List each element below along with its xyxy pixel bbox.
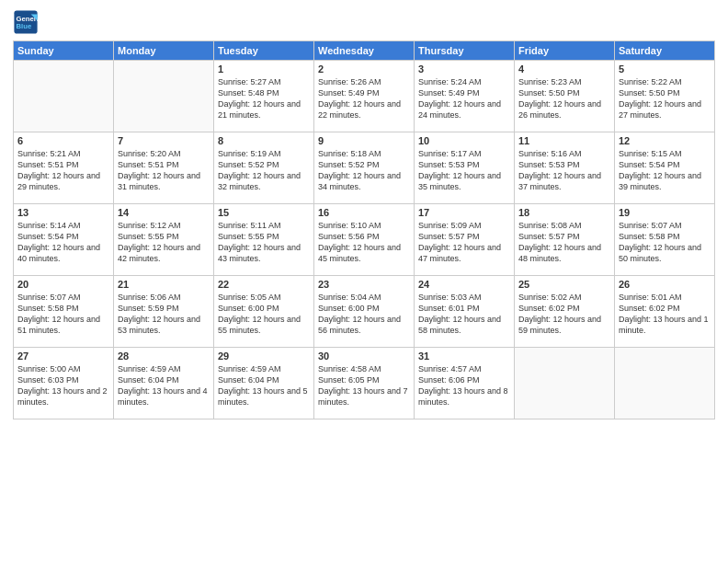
- calendar-cell: 25Sunrise: 5:02 AMSunset: 6:02 PMDayligh…: [515, 276, 615, 348]
- cell-text: Daylight: 12 hours and 48 minutes.: [518, 242, 610, 264]
- calendar-cell: 30Sunrise: 4:58 AMSunset: 6:05 PMDayligh…: [314, 348, 415, 419]
- cell-text: Sunrise: 5:26 AM: [318, 76, 410, 87]
- day-number: 1: [218, 63, 310, 75]
- cell-text: Daylight: 12 hours and 40 minutes.: [17, 242, 109, 264]
- cell-text: Sunrise: 5:18 AM: [318, 148, 410, 159]
- day-number: 31: [418, 350, 510, 362]
- cell-text: Sunrise: 5:23 AM: [518, 76, 610, 87]
- cell-text: Daylight: 12 hours and 32 minutes.: [218, 170, 310, 192]
- page: General Blue SundayMondayTuesdayWednesda…: [0, 0, 728, 563]
- calendar-cell: 18Sunrise: 5:08 AMSunset: 5:57 PMDayligh…: [515, 204, 615, 276]
- calendar-cell: 14Sunrise: 5:12 AMSunset: 5:55 PMDayligh…: [114, 204, 214, 276]
- calendar-cell: 7Sunrise: 5:20 AMSunset: 5:51 PMDaylight…: [114, 132, 214, 204]
- day-number: 29: [218, 350, 310, 362]
- cell-text: Daylight: 12 hours and 39 minutes.: [619, 170, 711, 192]
- day-number: 21: [118, 279, 210, 290]
- calendar-week-row: 1Sunrise: 5:27 AMSunset: 5:48 PMDaylight…: [14, 61, 715, 132]
- calendar-week-row: 20Sunrise: 5:07 AMSunset: 5:58 PMDayligh…: [14, 276, 715, 348]
- cell-text: Sunset: 6:04 PM: [218, 374, 310, 385]
- calendar-cell: 11Sunrise: 5:16 AMSunset: 5:53 PMDayligh…: [515, 132, 615, 204]
- cell-text: Daylight: 12 hours and 31 minutes.: [118, 170, 210, 192]
- calendar-cell: 2Sunrise: 5:26 AMSunset: 5:49 PMDaylight…: [314, 61, 415, 132]
- weekday-header: Friday: [515, 41, 615, 61]
- cell-text: Sunrise: 5:07 AM: [17, 292, 109, 303]
- day-number: 25: [518, 279, 610, 290]
- cell-text: Sunset: 5:48 PM: [218, 87, 310, 98]
- cell-text: Daylight: 12 hours and 50 minutes.: [619, 242, 711, 264]
- calendar: SundayMondayTuesdayWednesdayThursdayFrid…: [13, 40, 715, 419]
- calendar-cell: 9Sunrise: 5:18 AMSunset: 5:52 PMDaylight…: [314, 132, 415, 204]
- cell-text: Sunset: 6:04 PM: [118, 374, 210, 385]
- cell-text: Sunrise: 5:12 AM: [118, 220, 210, 231]
- cell-text: Sunrise: 5:02 AM: [518, 292, 610, 303]
- cell-text: Sunset: 5:59 PM: [118, 303, 210, 314]
- cell-text: Sunrise: 5:03 AM: [418, 292, 510, 303]
- cell-text: Daylight: 12 hours and 59 minutes.: [518, 314, 610, 336]
- cell-text: Sunset: 6:02 PM: [518, 303, 610, 314]
- header: General Blue: [13, 9, 715, 35]
- calendar-cell: 10Sunrise: 5:17 AMSunset: 5:53 PMDayligh…: [415, 132, 515, 204]
- day-number: 8: [218, 135, 310, 146]
- cell-text: Sunset: 5:50 PM: [518, 87, 610, 98]
- cell-text: Sunset: 5:54 PM: [619, 159, 711, 170]
- day-number: 13: [17, 207, 109, 218]
- day-number: 23: [318, 279, 410, 290]
- calendar-cell: 3Sunrise: 5:24 AMSunset: 5:49 PMDaylight…: [415, 61, 515, 132]
- cell-text: Sunrise: 4:58 AM: [318, 363, 410, 374]
- calendar-cell: 16Sunrise: 5:10 AMSunset: 5:56 PMDayligh…: [314, 204, 415, 276]
- day-number: 14: [118, 207, 210, 218]
- day-number: 19: [619, 207, 711, 218]
- cell-text: Daylight: 12 hours and 22 minutes.: [318, 98, 410, 121]
- cell-text: Daylight: 12 hours and 53 minutes.: [118, 314, 210, 336]
- calendar-cell: 21Sunrise: 5:06 AMSunset: 5:59 PMDayligh…: [114, 276, 214, 348]
- cell-text: Daylight: 12 hours and 24 minutes.: [418, 98, 510, 121]
- day-number: 15: [218, 207, 310, 218]
- day-number: 6: [17, 135, 109, 146]
- cell-text: Daylight: 12 hours and 27 minutes.: [619, 98, 711, 121]
- calendar-cell: 4Sunrise: 5:23 AMSunset: 5:50 PMDaylight…: [515, 61, 615, 132]
- day-number: 11: [518, 135, 610, 146]
- cell-text: Daylight: 12 hours and 37 minutes.: [518, 170, 610, 192]
- cell-text: Sunset: 5:53 PM: [518, 159, 610, 170]
- cell-text: Daylight: 12 hours and 42 minutes.: [118, 242, 210, 264]
- weekday-header: Saturday: [615, 41, 715, 61]
- calendar-week-row: 13Sunrise: 5:14 AMSunset: 5:54 PMDayligh…: [14, 204, 715, 276]
- cell-text: Sunrise: 5:14 AM: [17, 220, 109, 231]
- cell-text: Sunrise: 5:20 AM: [118, 148, 210, 159]
- cell-text: Daylight: 12 hours and 58 minutes.: [418, 314, 510, 336]
- calendar-cell: 8Sunrise: 5:19 AMSunset: 5:52 PMDaylight…: [214, 132, 314, 204]
- cell-text: Sunset: 5:52 PM: [318, 159, 410, 170]
- day-number: 12: [619, 135, 711, 146]
- logo-icon: General Blue: [13, 9, 39, 35]
- calendar-cell: 26Sunrise: 5:01 AMSunset: 6:02 PMDayligh…: [615, 276, 715, 348]
- cell-text: Sunset: 5:49 PM: [318, 87, 410, 98]
- cell-text: Sunrise: 5:22 AM: [619, 76, 711, 87]
- cell-text: Sunset: 6:03 PM: [17, 374, 109, 385]
- cell-text: Daylight: 12 hours and 45 minutes.: [318, 242, 410, 264]
- cell-text: Sunset: 5:58 PM: [17, 303, 109, 314]
- cell-text: Sunset: 6:05 PM: [318, 374, 410, 385]
- day-number: 30: [318, 350, 410, 362]
- cell-text: Sunrise: 5:15 AM: [619, 148, 711, 159]
- day-number: 26: [619, 279, 711, 290]
- weekday-header: Wednesday: [314, 41, 415, 61]
- cell-text: Daylight: 13 hours and 7 minutes.: [318, 385, 410, 408]
- calendar-cell: 27Sunrise: 5:00 AMSunset: 6:03 PMDayligh…: [14, 348, 114, 419]
- cell-text: Daylight: 13 hours and 2 minutes.: [17, 385, 109, 408]
- calendar-cell: 29Sunrise: 4:59 AMSunset: 6:04 PMDayligh…: [214, 348, 314, 419]
- cell-text: Sunset: 5:51 PM: [118, 159, 210, 170]
- day-number: 9: [318, 135, 410, 146]
- cell-text: Sunset: 6:02 PM: [619, 303, 711, 314]
- cell-text: Sunset: 5:57 PM: [418, 231, 510, 242]
- cell-text: Sunset: 5:51 PM: [17, 159, 109, 170]
- day-number: 7: [118, 135, 210, 146]
- cell-text: Sunrise: 5:05 AM: [218, 292, 310, 303]
- day-number: 10: [418, 135, 510, 146]
- day-number: 16: [318, 207, 410, 218]
- calendar-cell: 17Sunrise: 5:09 AMSunset: 5:57 PMDayligh…: [415, 204, 515, 276]
- weekday-header: Thursday: [415, 41, 515, 61]
- cell-text: Sunrise: 5:10 AM: [318, 220, 410, 231]
- day-number: 20: [17, 279, 109, 290]
- logo: General Blue: [13, 9, 42, 35]
- cell-text: Sunset: 5:56 PM: [318, 231, 410, 242]
